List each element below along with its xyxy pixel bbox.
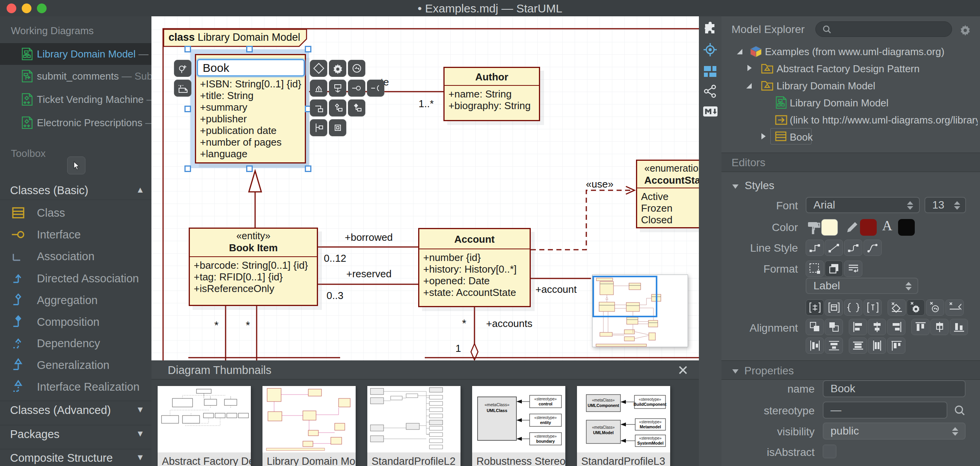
svg-text:«stereotype»: «stereotype» (639, 420, 662, 424)
svg-text:BuildComponent: BuildComponent (634, 402, 667, 407)
svg-text:«metaClass»: «metaClass» (592, 398, 615, 402)
svg-text:«stereotype»: «stereotype» (534, 416, 557, 420)
svg-text:«stereotype»: «stereotype» (534, 434, 557, 438)
svg-text:«metaClass»: «metaClass» (592, 425, 615, 429)
svg-text:UMLClass: UMLClass (487, 408, 507, 413)
svg-text:class Library Domain Model: class Library Domain Model (169, 31, 300, 43)
svg-text:UMLComponent: UMLComponent (587, 403, 619, 408)
svg-text:+borrowed: +borrowed (345, 231, 393, 243)
svg-text:+account: +account (535, 283, 577, 295)
svg-text:*: * (214, 319, 219, 331)
svg-text:«metaClass»: «metaClass» (485, 402, 509, 407)
svg-text:SystemModel: SystemModel (637, 441, 664, 445)
svg-text:control: control (539, 402, 553, 406)
svg-text:boundary: boundary (536, 439, 555, 443)
svg-text:+reserved: +reserved (346, 268, 391, 280)
svg-text:entity: entity (540, 420, 551, 425)
svg-text:1: 1 (455, 343, 461, 354)
svg-text:*: * (462, 317, 466, 329)
svg-text:0..12: 0..12 (324, 252, 346, 264)
svg-text:«stereotype»: «stereotype» (639, 397, 661, 402)
svg-text:«use»: «use» (586, 178, 613, 190)
svg-text:«stereotype»: «stereotype» (639, 436, 662, 440)
svg-text:*: * (246, 319, 250, 331)
svg-text:«stereotype»: «stereotype» (534, 397, 557, 401)
svg-text:+accounts: +accounts (486, 318, 532, 329)
svg-text:UMLModel: UMLModel (593, 430, 613, 435)
svg-text:0..3: 0..3 (327, 290, 343, 301)
svg-text:Metamodel: Metamodel (640, 424, 661, 429)
svg-text:1..*: 1..* (419, 98, 434, 110)
